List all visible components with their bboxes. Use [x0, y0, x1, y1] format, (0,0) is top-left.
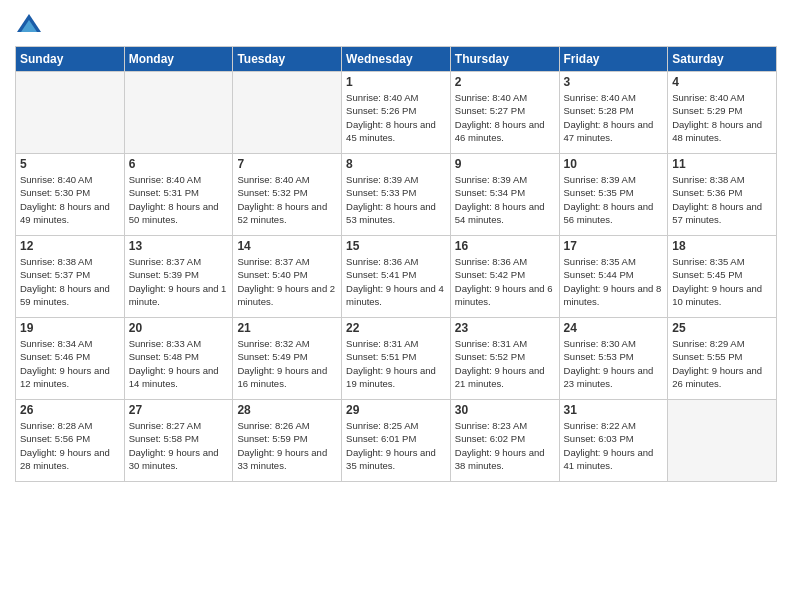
calendar-cell: 16Sunrise: 8:36 AM Sunset: 5:42 PM Dayli…: [450, 236, 559, 318]
calendar-day-header: Tuesday: [233, 47, 342, 72]
calendar-cell: 22Sunrise: 8:31 AM Sunset: 5:51 PM Dayli…: [342, 318, 451, 400]
day-number: 19: [20, 321, 120, 335]
day-number: 3: [564, 75, 664, 89]
header: [15, 10, 777, 38]
calendar-cell: 6Sunrise: 8:40 AM Sunset: 5:31 PM Daylig…: [124, 154, 233, 236]
calendar-cell: 28Sunrise: 8:26 AM Sunset: 5:59 PM Dayli…: [233, 400, 342, 482]
day-number: 13: [129, 239, 229, 253]
main-container: SundayMondayTuesdayWednesdayThursdayFrid…: [0, 0, 792, 612]
calendar-cell: [233, 72, 342, 154]
calendar-cell: [668, 400, 777, 482]
day-info: Sunrise: 8:34 AM Sunset: 5:46 PM Dayligh…: [20, 337, 120, 390]
calendar-week-row: 12Sunrise: 8:38 AM Sunset: 5:37 PM Dayli…: [16, 236, 777, 318]
day-info: Sunrise: 8:26 AM Sunset: 5:59 PM Dayligh…: [237, 419, 337, 472]
day-info: Sunrise: 8:40 AM Sunset: 5:30 PM Dayligh…: [20, 173, 120, 226]
calendar-cell: 20Sunrise: 8:33 AM Sunset: 5:48 PM Dayli…: [124, 318, 233, 400]
calendar-cell: 23Sunrise: 8:31 AM Sunset: 5:52 PM Dayli…: [450, 318, 559, 400]
day-info: Sunrise: 8:40 AM Sunset: 5:29 PM Dayligh…: [672, 91, 772, 144]
calendar-week-row: 26Sunrise: 8:28 AM Sunset: 5:56 PM Dayli…: [16, 400, 777, 482]
calendar-cell: 15Sunrise: 8:36 AM Sunset: 5:41 PM Dayli…: [342, 236, 451, 318]
calendar-table: SundayMondayTuesdayWednesdayThursdayFrid…: [15, 46, 777, 482]
day-info: Sunrise: 8:32 AM Sunset: 5:49 PM Dayligh…: [237, 337, 337, 390]
day-info: Sunrise: 8:40 AM Sunset: 5:26 PM Dayligh…: [346, 91, 446, 144]
day-info: Sunrise: 8:31 AM Sunset: 5:52 PM Dayligh…: [455, 337, 555, 390]
day-info: Sunrise: 8:40 AM Sunset: 5:28 PM Dayligh…: [564, 91, 664, 144]
day-number: 29: [346, 403, 446, 417]
day-number: 16: [455, 239, 555, 253]
calendar-cell: 3Sunrise: 8:40 AM Sunset: 5:28 PM Daylig…: [559, 72, 668, 154]
day-info: Sunrise: 8:38 AM Sunset: 5:37 PM Dayligh…: [20, 255, 120, 308]
day-number: 9: [455, 157, 555, 171]
day-number: 25: [672, 321, 772, 335]
day-info: Sunrise: 8:22 AM Sunset: 6:03 PM Dayligh…: [564, 419, 664, 472]
calendar-day-header: Thursday: [450, 47, 559, 72]
calendar-cell: 27Sunrise: 8:27 AM Sunset: 5:58 PM Dayli…: [124, 400, 233, 482]
day-info: Sunrise: 8:27 AM Sunset: 5:58 PM Dayligh…: [129, 419, 229, 472]
day-number: 4: [672, 75, 772, 89]
day-info: Sunrise: 8:36 AM Sunset: 5:42 PM Dayligh…: [455, 255, 555, 308]
day-number: 8: [346, 157, 446, 171]
calendar-cell: 14Sunrise: 8:37 AM Sunset: 5:40 PM Dayli…: [233, 236, 342, 318]
calendar-week-row: 1Sunrise: 8:40 AM Sunset: 5:26 PM Daylig…: [16, 72, 777, 154]
day-number: 27: [129, 403, 229, 417]
day-number: 6: [129, 157, 229, 171]
calendar-cell: 24Sunrise: 8:30 AM Sunset: 5:53 PM Dayli…: [559, 318, 668, 400]
calendar-cell: 10Sunrise: 8:39 AM Sunset: 5:35 PM Dayli…: [559, 154, 668, 236]
calendar-cell: 4Sunrise: 8:40 AM Sunset: 5:29 PM Daylig…: [668, 72, 777, 154]
calendar-cell: 29Sunrise: 8:25 AM Sunset: 6:01 PM Dayli…: [342, 400, 451, 482]
logo-icon: [15, 10, 43, 38]
day-number: 20: [129, 321, 229, 335]
day-number: 22: [346, 321, 446, 335]
calendar-cell: 25Sunrise: 8:29 AM Sunset: 5:55 PM Dayli…: [668, 318, 777, 400]
day-number: 26: [20, 403, 120, 417]
calendar-cell: 12Sunrise: 8:38 AM Sunset: 5:37 PM Dayli…: [16, 236, 125, 318]
calendar-cell: 7Sunrise: 8:40 AM Sunset: 5:32 PM Daylig…: [233, 154, 342, 236]
day-number: 11: [672, 157, 772, 171]
day-number: 28: [237, 403, 337, 417]
calendar-day-header: Monday: [124, 47, 233, 72]
day-info: Sunrise: 8:23 AM Sunset: 6:02 PM Dayligh…: [455, 419, 555, 472]
day-info: Sunrise: 8:29 AM Sunset: 5:55 PM Dayligh…: [672, 337, 772, 390]
day-number: 15: [346, 239, 446, 253]
calendar-week-row: 19Sunrise: 8:34 AM Sunset: 5:46 PM Dayli…: [16, 318, 777, 400]
day-number: 7: [237, 157, 337, 171]
logo: [15, 10, 47, 38]
day-info: Sunrise: 8:39 AM Sunset: 5:35 PM Dayligh…: [564, 173, 664, 226]
day-number: 1: [346, 75, 446, 89]
calendar-day-header: Sunday: [16, 47, 125, 72]
calendar-header-row: SundayMondayTuesdayWednesdayThursdayFrid…: [16, 47, 777, 72]
calendar-cell: 2Sunrise: 8:40 AM Sunset: 5:27 PM Daylig…: [450, 72, 559, 154]
day-info: Sunrise: 8:25 AM Sunset: 6:01 PM Dayligh…: [346, 419, 446, 472]
calendar-cell: 17Sunrise: 8:35 AM Sunset: 5:44 PM Dayli…: [559, 236, 668, 318]
calendar-day-header: Saturday: [668, 47, 777, 72]
calendar-cell: [16, 72, 125, 154]
day-info: Sunrise: 8:40 AM Sunset: 5:32 PM Dayligh…: [237, 173, 337, 226]
day-info: Sunrise: 8:30 AM Sunset: 5:53 PM Dayligh…: [564, 337, 664, 390]
calendar-cell: 21Sunrise: 8:32 AM Sunset: 5:49 PM Dayli…: [233, 318, 342, 400]
day-info: Sunrise: 8:37 AM Sunset: 5:39 PM Dayligh…: [129, 255, 229, 308]
day-info: Sunrise: 8:37 AM Sunset: 5:40 PM Dayligh…: [237, 255, 337, 308]
day-info: Sunrise: 8:33 AM Sunset: 5:48 PM Dayligh…: [129, 337, 229, 390]
calendar-cell: 19Sunrise: 8:34 AM Sunset: 5:46 PM Dayli…: [16, 318, 125, 400]
calendar-day-header: Friday: [559, 47, 668, 72]
day-info: Sunrise: 8:28 AM Sunset: 5:56 PM Dayligh…: [20, 419, 120, 472]
day-number: 17: [564, 239, 664, 253]
day-number: 30: [455, 403, 555, 417]
calendar-day-header: Wednesday: [342, 47, 451, 72]
day-number: 24: [564, 321, 664, 335]
calendar-cell: 31Sunrise: 8:22 AM Sunset: 6:03 PM Dayli…: [559, 400, 668, 482]
calendar-cell: 18Sunrise: 8:35 AM Sunset: 5:45 PM Dayli…: [668, 236, 777, 318]
day-number: 21: [237, 321, 337, 335]
calendar-cell: 5Sunrise: 8:40 AM Sunset: 5:30 PM Daylig…: [16, 154, 125, 236]
day-info: Sunrise: 8:39 AM Sunset: 5:33 PM Dayligh…: [346, 173, 446, 226]
calendar-cell: 30Sunrise: 8:23 AM Sunset: 6:02 PM Dayli…: [450, 400, 559, 482]
day-info: Sunrise: 8:38 AM Sunset: 5:36 PM Dayligh…: [672, 173, 772, 226]
calendar-cell: 1Sunrise: 8:40 AM Sunset: 5:26 PM Daylig…: [342, 72, 451, 154]
day-number: 2: [455, 75, 555, 89]
calendar-cell: [124, 72, 233, 154]
day-number: 14: [237, 239, 337, 253]
day-info: Sunrise: 8:40 AM Sunset: 5:31 PM Dayligh…: [129, 173, 229, 226]
day-info: Sunrise: 8:36 AM Sunset: 5:41 PM Dayligh…: [346, 255, 446, 308]
day-number: 23: [455, 321, 555, 335]
day-number: 31: [564, 403, 664, 417]
